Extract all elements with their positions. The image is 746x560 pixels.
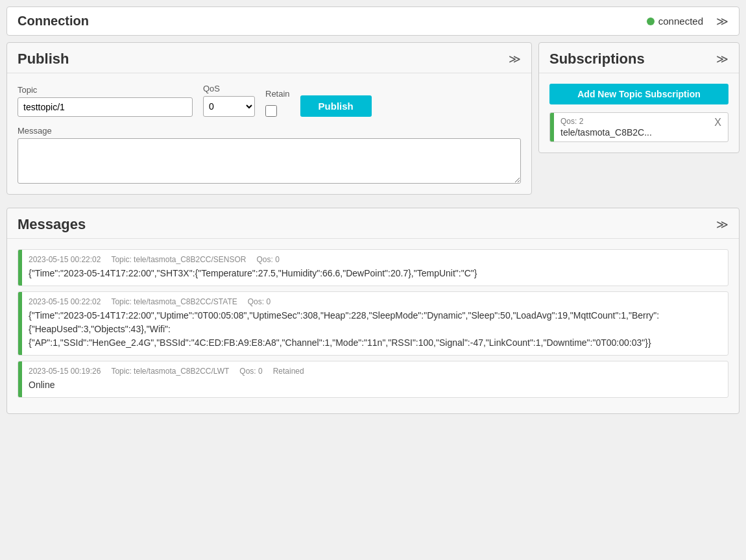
- qos-label: QoS: [203, 84, 255, 93]
- connection-status: connected: [647, 16, 703, 27]
- messages-collapse-icon[interactable]: ≫: [716, 217, 728, 232]
- message-retained: Retained: [273, 367, 304, 376]
- qos-select[interactable]: 0 1 2: [203, 96, 255, 117]
- status-dot: [647, 18, 655, 25]
- message-qos: Qos: 0: [257, 255, 280, 264]
- message-item: 2023-05-15 00:22:02 Topic: tele/tasmota_…: [18, 291, 728, 356]
- subscription-close-button[interactable]: X: [708, 113, 728, 141]
- subscription-topic: tele/tasmota_C8B2C...: [560, 127, 701, 138]
- message-qos: Qos: 0: [248, 297, 271, 306]
- qos-group: QoS 0 1 2: [203, 84, 255, 117]
- publish-button[interactable]: Publish: [300, 95, 372, 117]
- topic-input[interactable]: [18, 97, 193, 117]
- message-qos: Qos: 0: [239, 367, 262, 376]
- subscriptions-collapse-icon[interactable]: ≫: [716, 52, 728, 66]
- connection-collapse-icon[interactable]: ≫: [716, 14, 728, 29]
- retain-checkbox[interactable]: [265, 105, 277, 117]
- connection-panel: Connection connected ≫: [6, 6, 740, 36]
- subscription-item: Qos: 2 tele/tasmota_C8B2C... X: [549, 112, 728, 142]
- message-inner: 2023-05-15 00:22:02 Topic: tele/tasmota_…: [22, 292, 728, 355]
- messages-title: Messages: [18, 216, 86, 233]
- message-topic: Topic: tele/tasmota_C8B2CC/SENSOR: [111, 255, 246, 264]
- message-body: {"Time":"2023-05-14T17:22:00","Uptime":"…: [29, 309, 721, 350]
- status-text: connected: [658, 16, 703, 27]
- message-item: 2023-05-15 00:22:02 Topic: tele/tasmota_…: [18, 249, 728, 286]
- message-inner: 2023-05-15 00:22:02 Topic: tele/tasmota_…: [22, 250, 728, 286]
- message-body: Online: [29, 378, 721, 392]
- message-inner: 2023-05-15 00:19:26 Topic: tele/tasmota_…: [22, 361, 728, 397]
- add-subscription-button[interactable]: Add New Topic Subscription: [549, 84, 728, 104]
- messages-body: 2023-05-15 00:22:02 Topic: tele/tasmota_…: [7, 239, 739, 413]
- messages-panel: Messages ≫ 2023-05-15 00:22:02 Topic: te…: [6, 208, 740, 414]
- messages-header: Messages ≫: [7, 208, 739, 239]
- subscription-content: Qos: 2 tele/tasmota_C8B2C...: [554, 113, 708, 141]
- message-timestamp: 2023-05-15 00:22:02: [29, 297, 101, 306]
- message-body: {"Time":"2023-05-14T17:22:00","SHT3X":{"…: [29, 267, 721, 280]
- retain-group: Retain: [265, 89, 290, 117]
- topic-group: Topic: [18, 85, 193, 117]
- retain-label: Retain: [265, 89, 290, 99]
- publish-collapse-icon[interactable]: ≫: [509, 52, 521, 66]
- subscriptions-title: Subscriptions: [549, 51, 645, 67]
- message-meta: 2023-05-15 00:22:02 Topic: tele/tasmota_…: [29, 297, 721, 306]
- topic-label: Topic: [18, 85, 193, 95]
- connection-title: Connection: [18, 14, 89, 29]
- message-item: 2023-05-15 00:19:26 Topic: tele/tasmota_…: [18, 361, 728, 398]
- message-topic: Topic: tele/tasmota_C8B2CC/STATE: [111, 297, 237, 306]
- message-textarea[interactable]: [18, 138, 521, 184]
- subscriptions-header: Subscriptions ≫: [539, 43, 739, 73]
- publish-panel: Publish ≫ Topic QoS 0 1: [6, 42, 532, 195]
- message-timestamp: 2023-05-15 00:22:02: [29, 255, 101, 264]
- publish-header: Publish ≫: [7, 43, 531, 73]
- message-label: Message: [18, 126, 521, 136]
- message-timestamp: 2023-05-15 00:19:26: [29, 367, 101, 376]
- publish-body: Topic QoS 0 1 2 Retain: [7, 73, 531, 194]
- message-topic: Topic: tele/tasmota_C8B2CC/LWT: [111, 367, 229, 376]
- message-group: Message: [18, 126, 521, 184]
- publish-title: Publish: [18, 51, 69, 67]
- subscriptions-body: Add New Topic Subscription Qos: 2 tele/t…: [539, 73, 739, 152]
- message-meta: 2023-05-15 00:22:02 Topic: tele/tasmota_…: [29, 255, 721, 264]
- subscriptions-panel: Subscriptions ≫ Add New Topic Subscripti…: [538, 42, 740, 153]
- subscription-qos: Qos: 2: [560, 117, 701, 126]
- message-meta: 2023-05-15 00:19:26 Topic: tele/tasmota_…: [29, 367, 721, 376]
